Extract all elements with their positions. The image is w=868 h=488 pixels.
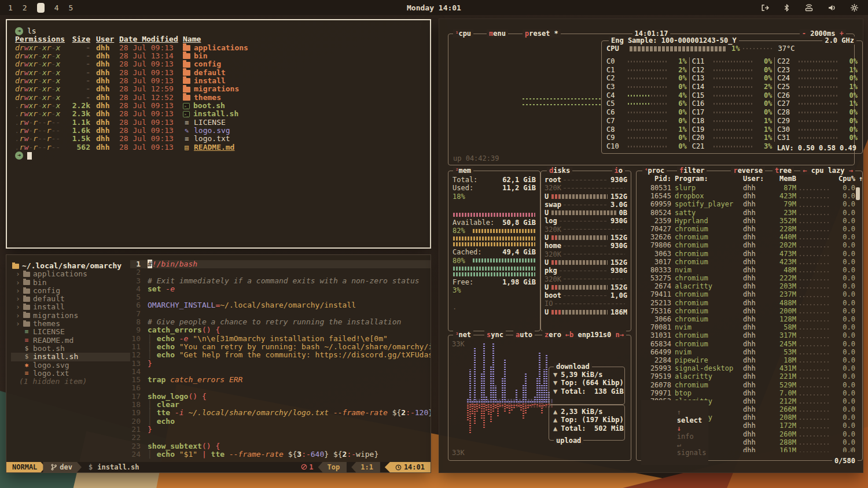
tree-item-default[interactable]: ›default <box>11 295 130 303</box>
btop-window[interactable]: ¹cpu menu preset * 14:01:17 - 2000ms + u… <box>439 19 863 473</box>
tree-item-install[interactable]: ›install <box>11 303 130 311</box>
error-icon <box>301 464 307 470</box>
info-button[interactable]: info <box>677 432 694 441</box>
tree-item-logo.svg[interactable]: ✱logo.svg <box>11 361 130 369</box>
process-row[interactable]: 2674alacrittydhh203M0.0 <box>641 282 858 290</box>
volume-icon[interactable] <box>827 3 836 12</box>
process-row[interactable]: 70081nvimdhh58M0.0 <box>641 323 858 331</box>
code-line: 13} <box>130 360 431 368</box>
net-box-title[interactable]: ³net <box>453 331 473 339</box>
zero-tab[interactable]: zero <box>542 331 564 339</box>
disk-used-meter <box>551 285 608 290</box>
process-row[interactable]: 66499nvimdhh53M0.0 <box>641 348 858 356</box>
process-row[interactable]: 65834chromiumdhh245M0.0 <box>641 340 858 348</box>
tree-item-applications[interactable]: ›applications <box>11 270 130 278</box>
tree-tab[interactable]: tree <box>773 167 794 175</box>
bluetooth-icon[interactable] <box>783 3 790 12</box>
upload-graph <box>467 404 554 441</box>
readme-icon: ▤ <box>183 143 190 151</box>
folder-icon <box>23 313 30 318</box>
folder-icon <box>23 297 30 302</box>
process-row[interactable]: 25993signal-desktopdhh431M0.0 <box>641 364 858 372</box>
tree-item-LICENSE[interactable]: ≡LICENSE <box>11 328 130 336</box>
process-row[interactable]: 31031chromiumdhh317M0.0 <box>641 331 858 339</box>
process-row[interactable]: 79806chromiumdhh202M0.0 <box>641 241 858 249</box>
core-row: C280% <box>777 108 858 117</box>
process-row[interactable]: 2284pipewiredhh18M0.0 <box>641 356 858 364</box>
proc-scrollbar[interactable] <box>856 187 860 200</box>
cpu-box-title[interactable]: ¹cpu <box>453 29 473 38</box>
logout-icon[interactable] <box>760 3 769 12</box>
preset-tab[interactable]: preset * <box>523 29 561 38</box>
select-button[interactable]: select <box>677 416 702 424</box>
process-row[interactable]: 80333nvimdhh48M0.0 <box>641 266 858 274</box>
process-row[interactable]: 16545dropboxdhh423M0.0 <box>641 192 858 200</box>
file-icon: ≡ <box>23 369 30 378</box>
prompt-line[interactable]: ➜ <box>15 151 422 160</box>
sort-switcher[interactable]: ← cpu lazy → <box>800 167 855 175</box>
download-stats: download ▼5,39 KiB/s ▼Top: (664 Kibp) ▼T… <box>549 367 625 405</box>
tree-root[interactable]: ~/.local/share/omarchy <box>11 262 130 270</box>
process-row[interactable]: 2359Hyprlanddhh352M0.0 <box>641 217 858 225</box>
process-row[interactable]: 53275chromiumdhh222M0.0 <box>641 274 858 282</box>
code-line: 8# Give people a chance to retry running… <box>130 318 431 326</box>
process-row[interactable]: 26078chromiumdhh529M0.0 <box>641 381 858 389</box>
code-pane[interactable]: 1#!/bin/bash23# Exit immediately if a co… <box>130 255 431 462</box>
proc-box-title[interactable]: ⁴proc <box>642 167 667 175</box>
git-branch: dev <box>43 462 82 472</box>
process-row[interactable]: 79971btopdhh7.0M0.0 <box>641 389 858 397</box>
tree-item-logo.txt[interactable]: ≡logo.txt <box>11 369 130 378</box>
network-icon[interactable] <box>804 3 814 12</box>
core-row: C260% <box>777 91 858 100</box>
terminal-cursor <box>27 152 32 160</box>
tree-item-themes[interactable]: ›themes <box>11 320 130 328</box>
process-row[interactable]: 69959spotify_playerdhh79M0.0 <box>641 200 858 208</box>
file-row: drwxr-xr-x-dhh28 Jul 09:13default <box>15 69 422 77</box>
license-icon: ≡ <box>23 328 30 336</box>
process-row[interactable]: 75316chromiumdhh200M0.0 <box>641 307 858 315</box>
tree-item-install.sh[interactable]: $install.sh <box>11 353 130 361</box>
core-row: C251% <box>777 83 858 91</box>
menu-tab[interactable]: menu <box>487 29 508 38</box>
tree-item-bin[interactable]: ›bin <box>11 279 130 287</box>
sync-tab[interactable]: sync <box>484 331 506 339</box>
code-line: 20│ echo <box>130 417 431 426</box>
file-row: drwxr-xr-x-dhh28 Jul 12:59migrations <box>15 85 422 93</box>
proc-footer: ↑ select ↓ info ↵ signals <box>641 400 708 465</box>
core-row: C300% <box>777 125 858 134</box>
process-row[interactable]: 80531slurpdhh87M0.0 <box>641 184 858 192</box>
process-row[interactable]: 25213chromiumdhh488M0.0 <box>641 299 858 307</box>
editor-window[interactable]: ~/.local/share/omarchy›applications›bin›… <box>6 254 431 473</box>
code-line: 3# Exit immediately if a command exits w… <box>130 277 431 285</box>
terminal-window[interactable]: ➜ ls Permissions Size User Date Modified… <box>6 19 431 249</box>
interface-switcher[interactable]: ←b enp191s0 n→ <box>563 331 626 339</box>
process-row[interactable]: 3017chromiumdhh423M0.0 <box>641 258 858 266</box>
file-icon: ≡ <box>183 119 190 127</box>
reverse-tab[interactable]: reverse <box>731 167 765 175</box>
core-row: C240% <box>777 74 858 83</box>
mem-box-title[interactable]: ²mem <box>453 167 473 175</box>
signals-button[interactable]: signals <box>677 449 707 457</box>
io-tab[interactable]: io <box>612 167 625 175</box>
file-row: drwxr-xr-x-dhh28 Jul 12:52themes <box>15 94 422 102</box>
code-line: 15trap catch_errors ERR <box>130 376 431 384</box>
disk-entry: root930G <box>545 176 627 184</box>
auto-tab[interactable]: auto <box>513 331 535 339</box>
cached-meter <box>473 258 535 263</box>
file-tree: ~/.local/share/omarchy›applications›bin›… <box>6 255 130 462</box>
tree-item-boot.sh[interactable]: $boot.sh <box>11 345 130 353</box>
process-row[interactable]: 79411chromiumdhh237M0.0 <box>641 290 858 298</box>
settings-icon[interactable] <box>850 3 859 12</box>
tree-item-README.md[interactable]: ≡README.md <box>11 337 130 345</box>
tree-item-config[interactable]: ›config <box>11 287 130 295</box>
process-row[interactable]: 79519alacrittydhh221M0.0 <box>641 372 858 380</box>
core-row: C81% <box>606 125 687 134</box>
process-row[interactable]: 32626chromiumdhh440M0.0 <box>641 233 858 241</box>
process-row[interactable]: 80524sattydhh23M0.0 <box>641 209 858 217</box>
process-row[interactable]: 3066chromiumdhh128M0.0 <box>641 315 858 323</box>
filter-tab[interactable]: filter <box>677 167 707 175</box>
tree-item-migrations[interactable]: ›migrations <box>11 312 130 320</box>
process-row[interactable]: 3063chromiumdhh473M0.0 <box>641 250 858 258</box>
process-row[interactable]: 70427chromiumdhh228M0.0 <box>641 225 858 233</box>
core-row: C130% <box>692 74 773 83</box>
